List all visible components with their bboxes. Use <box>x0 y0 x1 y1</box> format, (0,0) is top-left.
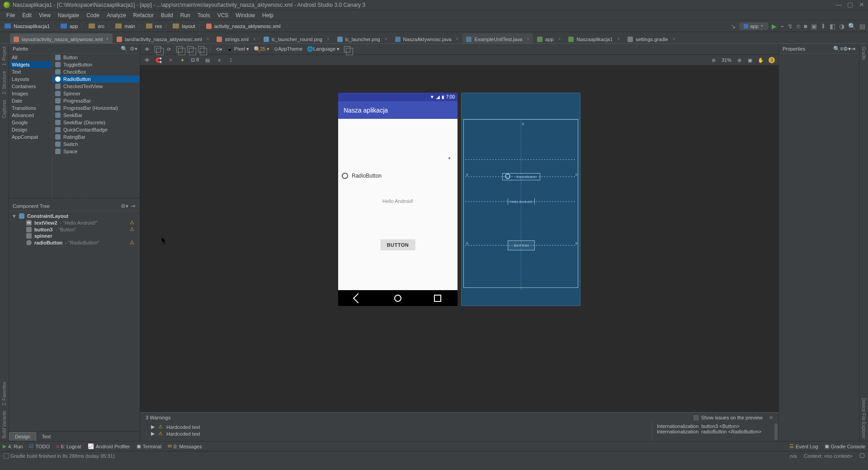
pan-icon[interactable]: ✋ <box>758 57 764 63</box>
cat-containers[interactable]: Containers <box>9 83 52 90</box>
gutter-captures[interactable]: Captures <box>2 97 7 121</box>
debug-button[interactable]: ⌁ <box>780 23 784 30</box>
tool-gradle-console[interactable]: ▣Gradle Console <box>825 443 865 449</box>
pal-item-toggle[interactable]: ToggleButton <box>52 61 140 68</box>
issue-row[interactable]: ▶⚠Hardcoded text <box>151 423 641 430</box>
issue-row[interactable]: ▶⚠Hardcoded text <box>151 430 641 437</box>
preview-textview[interactable]: Hello Android! <box>338 198 458 204</box>
tree-button3[interactable]: button3 - "Button" ⚠ <box>9 226 140 233</box>
text-tab[interactable]: Text <box>36 432 56 441</box>
pal-item-checkedtextview[interactable]: CheckedTextView <box>52 83 140 90</box>
surface-select-icon[interactable] <box>155 46 161 52</box>
menu-code[interactable]: Code <box>83 11 103 19</box>
menu-analyze[interactable]: Analyze <box>103 11 130 19</box>
tool-icon[interactable]: ▤ <box>859 23 865 30</box>
pal-item-switch[interactable]: Switch <box>52 141 140 148</box>
bp-button[interactable]: BUTTON <box>508 240 535 250</box>
bp-radiobutton[interactable]: RadioButton <box>502 173 540 180</box>
minimize-icon[interactable]: ⇥ <box>851 46 855 52</box>
gear-icon[interactable]: ⚙▾ <box>121 203 127 209</box>
search-icon[interactable]: 🔍 <box>121 46 127 52</box>
gutter-structure[interactable]: 2: Structure <box>2 68 7 97</box>
view-options-icon[interactable] <box>176 46 183 52</box>
cat-appcompat[interactable]: AppCompat <box>9 133 52 141</box>
tab-example-unit-test[interactable]: ExampleUnitTest.java× <box>462 33 533 43</box>
menu-help[interactable]: Help <box>259 11 277 19</box>
tab-nasza-aktywnosc-java[interactable]: NaszaAktywnosc.java× <box>392 33 462 43</box>
menu-view[interactable]: View <box>35 11 54 19</box>
tab-app-module[interactable]: app× <box>533 33 564 43</box>
expand-icon[interactable]: ▶ <box>151 431 155 437</box>
tab-settings-gradle[interactable]: settings.gradle× <box>624 33 679 43</box>
cat-date[interactable]: Date <box>9 97 52 104</box>
cat-layouts[interactable]: Layouts <box>9 75 52 83</box>
zoom-in-icon[interactable]: ⊕ <box>736 57 742 63</box>
pal-item-checkbox[interactable]: CheckBox <box>52 68 140 75</box>
close-icon[interactable]: × <box>327 37 330 42</box>
gutter-favorites[interactable]: 2: Favorites <box>2 379 7 408</box>
tab-ic-launcher-round[interactable]: ic_launcher_round.png× <box>260 33 333 43</box>
pal-item-space[interactable]: Space <box>52 148 140 155</box>
tool-icon[interactable]: ◧ <box>830 23 835 30</box>
search-icon[interactable]: 🔍 <box>848 23 856 30</box>
bp-textview[interactable]: Hello Android! <box>508 198 535 205</box>
pal-item-seekbar[interactable]: SeekBar <box>52 112 140 119</box>
cat-google[interactable]: Google <box>9 119 52 126</box>
tab-strings[interactable]: strings.xml× <box>213 33 259 43</box>
minimize-icon[interactable]: ⇥ <box>130 203 136 209</box>
lock-icon[interactable] <box>860 453 864 458</box>
cat-widgets[interactable]: Widgets <box>9 61 52 68</box>
run-button[interactable]: ▶ <box>772 23 777 30</box>
tool-icon[interactable]: ◑ <box>839 23 844 30</box>
magnet-icon[interactable]: 🧲 <box>156 57 162 63</box>
minimize-button[interactable]: — <box>835 2 841 8</box>
tool-profiler[interactable]: 📈Android Profiler <box>88 443 130 449</box>
close-icon[interactable]: × <box>673 37 675 42</box>
default-margin[interactable]: ⊡ 8 <box>191 57 199 63</box>
design-tab[interactable]: Design <box>9 432 36 441</box>
crumb-src[interactable]: src <box>87 24 106 29</box>
preview-spinner[interactable] <box>342 154 454 163</box>
cat-text[interactable]: Text <box>9 68 52 75</box>
menu-build[interactable]: Build <box>157 11 177 19</box>
sync-icon[interactable]: ↘ <box>731 23 736 30</box>
pal-item-ratingbar[interactable]: RatingBar <box>52 133 140 141</box>
menu-window[interactable]: Window <box>232 11 259 19</box>
clear-constraints-icon[interactable]: ✕ <box>167 57 174 63</box>
close-icon[interactable]: × <box>385 37 387 42</box>
menu-run[interactable]: Run <box>177 11 194 19</box>
tab-land-activity[interactable]: land/activity_nasza_aktywnosc.xml× <box>113 33 212 43</box>
pal-item-progressbar[interactable]: ProgressBar <box>52 97 140 104</box>
menu-tools[interactable]: Tools <box>194 11 214 19</box>
scrollbar[interactable] <box>774 423 778 440</box>
variant-icon[interactable] <box>344 46 350 52</box>
warning-icon[interactable]: ⚠ <box>130 226 134 232</box>
tab-ic-launcher[interactable]: ic_launcher.png× <box>334 33 391 43</box>
tool-terminal[interactable]: ▣Terminal <box>137 443 162 449</box>
gear-icon[interactable]: ⚙▾ <box>130 46 136 52</box>
preview-button[interactable]: BUTTON <box>381 239 415 250</box>
infer-constraints-icon[interactable]: ✦ <box>179 57 185 63</box>
pack-icon[interactable]: ▤ <box>204 57 211 63</box>
pal-item-contactbadge[interactable]: QuickContactBadge <box>52 126 140 133</box>
pal-item-spinner[interactable]: Spinner <box>52 90 140 97</box>
guidelines-icon[interactable]: 𝙸 <box>228 57 234 63</box>
view-options-icon[interactable] <box>198 46 204 52</box>
gutter-gradle[interactable]: Gradle <box>861 44 866 63</box>
run-config-selector[interactable]: app▼ <box>740 23 768 30</box>
tree-root[interactable]: ▼ ConstraintLayout <box>9 213 140 219</box>
zoom-out-icon[interactable]: ⊖ <box>711 57 717 63</box>
close-icon[interactable]: × <box>558 37 561 42</box>
tree-spinner[interactable]: spinner <box>9 233 140 239</box>
close-icon[interactable]: × <box>527 37 529 42</box>
attach-icon[interactable]: ⎋ <box>797 23 800 30</box>
expand-icon[interactable]: ▼ <box>12 213 16 219</box>
cat-design[interactable]: Design <box>9 126 52 133</box>
design-device[interactable]: ▼ ◢ ▮ 7:00 Nasza aplikacja RadioButton <box>338 93 458 306</box>
theme-selector[interactable]: ⊙AppTheme <box>274 46 302 52</box>
tree-radiobutton[interactable]: radioButton - "RadioButton" ⚠ <box>9 239 140 246</box>
close-icon[interactable]: × <box>617 37 620 42</box>
close-icon[interactable]: ✕ <box>769 415 773 421</box>
view-options-icon[interactable] <box>187 46 193 52</box>
orientation-icon[interactable]: ⟲▾ <box>216 46 222 52</box>
